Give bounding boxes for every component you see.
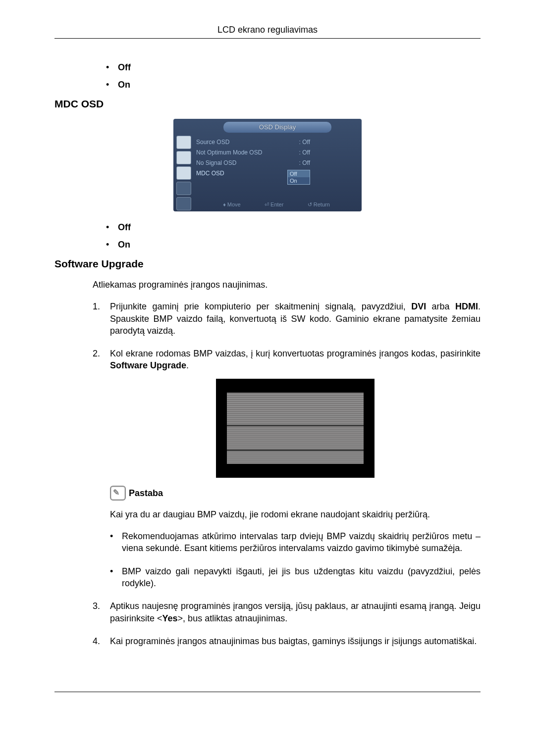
off-on-list-2: Off On	[106, 222, 481, 250]
osd-icon-2	[176, 151, 191, 164]
osd-footer: ♦ Move ⏎ Enter ↺ Return	[196, 200, 357, 210]
heading-software-upgrade: Software Upgrade	[54, 258, 481, 270]
osd-icon-1	[176, 136, 191, 149]
off-on-list-1: Off On	[106, 62, 481, 90]
bmp-preview-image	[227, 393, 364, 464]
step-4: 4. Kai programinės įrangos atnaujinimas …	[93, 635, 481, 647]
page-header: LCD ekrano reguliavimas	[54, 25, 481, 39]
osd-row-label: MDC OSD	[196, 170, 224, 185]
step-1: 1. Prijunkite gaminį prie kompiuterio pe…	[93, 301, 481, 337]
osd-row-label: Source OSD	[196, 139, 229, 146]
osd-row-value: : Off	[299, 149, 310, 156]
osd-row-value: : Off	[299, 159, 310, 166]
note-bullet-2: BMP vaizdo gali nepavykti išgauti, jei j…	[110, 565, 481, 590]
osd-title: OSD Display	[223, 122, 331, 133]
osd-dropdown-off: Off	[288, 170, 310, 177]
osd-icon-3	[176, 166, 191, 180]
step-3: 3. Aptikus naujesnę programinės įrangos …	[93, 600, 481, 624]
heading-mdc-osd: MDC OSD	[54, 98, 481, 110]
step-2: 2. Kol ekrane rodomas BMP vaizdas, į kur…	[93, 348, 481, 589]
note-intro: Kai yra du ar daugiau BMP vaizdų, jie ro…	[110, 508, 481, 520]
intro-text: Atliekamas programinės įrangos naujinima…	[93, 279, 481, 291]
osd-footer-move: ♦ Move	[223, 202, 241, 208]
osd-row-value: : Off	[299, 139, 310, 146]
osd-row-label: No Signal OSD	[196, 159, 236, 166]
note-icon	[110, 486, 126, 501]
osd-screenshot: OSD Display Source OSD: Off Not Optimum …	[173, 119, 362, 211]
note-heading: Pastaba	[110, 486, 481, 501]
osd-icon-5	[176, 197, 191, 210]
osd-footer-enter: ⏎ Enter	[265, 202, 283, 208]
option-on: On	[118, 80, 130, 90]
osd-footer-return: ↺ Return	[308, 202, 330, 208]
osd-dropdown: Off On	[287, 170, 310, 185]
osd-side-icons	[176, 136, 191, 210]
osd-icon-4	[176, 182, 191, 195]
osd-dropdown-on: On	[288, 177, 310, 184]
note-bullet-1: Rekomenduojamas atkūrimo intervalas tarp…	[110, 530, 481, 554]
bmp-preview-box	[216, 379, 374, 478]
footer-divider	[54, 692, 481, 692]
osd-row-label: Not Optimum Mode OSD	[196, 149, 262, 156]
option-on: On	[118, 240, 130, 250]
option-off: Off	[118, 222, 131, 232]
option-off: Off	[118, 62, 131, 72]
